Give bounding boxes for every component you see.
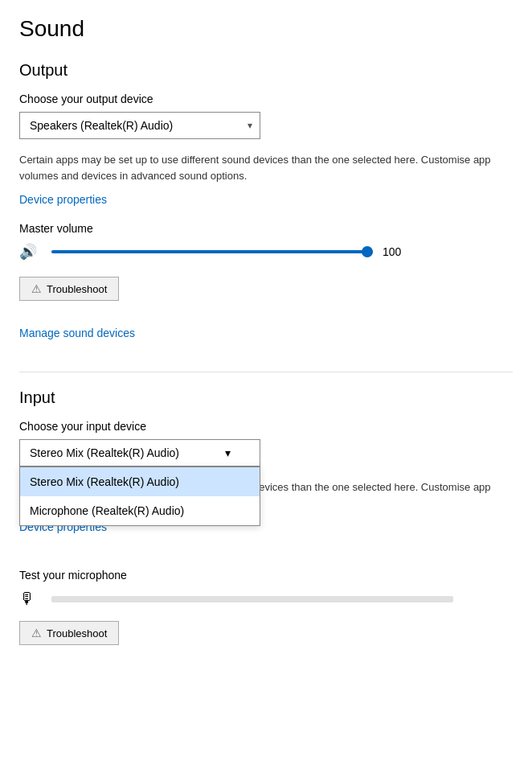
input-section: Input Choose your input device Stereo Mi… xyxy=(19,388,513,645)
master-volume-section: Master volume 🔊 100 xyxy=(19,222,513,261)
input-dropdown-popup: Stereo Mix (Realtek(R) Audio) Microphone… xyxy=(19,467,260,526)
mic-row: 🎙 xyxy=(19,590,513,608)
input-dropdown-chevron-icon: ▾ xyxy=(225,446,231,459)
input-troubleshoot-label: Troubleshoot xyxy=(47,627,107,639)
page-title: Sound xyxy=(19,16,513,42)
output-troubleshoot-label: Troubleshoot xyxy=(47,283,107,295)
output-info-text: Certain apps may be set up to use differ… xyxy=(19,152,493,183)
output-device-dropdown[interactable]: Speakers (Realtek(R) Audio) xyxy=(19,112,260,139)
section-divider xyxy=(19,372,513,372)
volume-fill xyxy=(51,250,373,253)
manage-sound-devices-link[interactable]: Manage sound devices xyxy=(19,327,135,339)
test-microphone-section: Test your microphone 🎙 xyxy=(19,569,513,608)
input-selected-option: Stereo Mix (Realtek(R) Audio) xyxy=(30,446,179,459)
input-option-microphone[interactable]: Microphone (Realtek(R) Audio) xyxy=(20,496,260,525)
volume-slider[interactable] xyxy=(51,244,373,260)
volume-thumb xyxy=(362,246,373,257)
input-warning-icon: ⚠ xyxy=(31,627,42,639)
input-troubleshoot-button[interactable]: ⚠ Troubleshoot xyxy=(19,621,119,645)
microphone-icon: 🎙 xyxy=(19,590,42,608)
input-device-dropdown-wrapper: Stereo Mix (Realtek(R) Audio) ▾ Stereo M… xyxy=(19,439,260,467)
output-troubleshoot-button[interactable]: ⚠ Troubleshoot xyxy=(19,277,119,301)
volume-value: 100 xyxy=(383,245,411,258)
input-device-label: Choose your input device xyxy=(19,420,513,433)
volume-row: 🔊 100 xyxy=(19,243,513,261)
output-device-dropdown-wrapper: Speakers (Realtek(R) Audio) ▾ xyxy=(19,112,260,139)
output-device-properties-link[interactable]: Device properties xyxy=(19,193,107,206)
master-volume-label: Master volume xyxy=(19,222,513,235)
input-section-title: Input xyxy=(19,388,513,407)
volume-track xyxy=(51,250,373,253)
test-mic-label: Test your microphone xyxy=(19,569,513,582)
output-device-label: Choose your output device xyxy=(19,92,513,105)
mic-level-bar xyxy=(51,596,453,602)
input-device-dropdown-button[interactable]: Stereo Mix (Realtek(R) Audio) ▾ xyxy=(19,439,260,467)
output-section: Output Choose your output device Speaker… xyxy=(19,61,513,356)
volume-icon: 🔊 xyxy=(19,243,42,261)
input-option-stereo-mix[interactable]: Stereo Mix (Realtek(R) Audio) xyxy=(20,467,260,496)
output-section-title: Output xyxy=(19,61,513,80)
output-warning-icon: ⚠ xyxy=(31,282,42,295)
